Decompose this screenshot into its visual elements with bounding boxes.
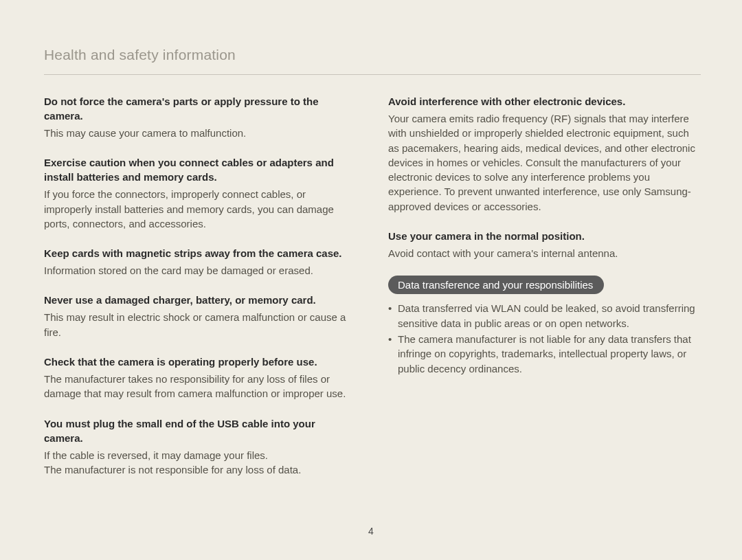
body-text: Your camera emits radio frequency (RF) s… <box>388 111 701 214</box>
heading: Exercise caution when you connect cables… <box>44 155 357 184</box>
heading: Do not force the camera's parts or apply… <box>44 94 357 123</box>
section-data-transference: Data transference and your responsibilit… <box>388 276 701 375</box>
bullet-list: Data transferred via WLAN could be leake… <box>388 301 701 375</box>
body-text: The manufacturer is not responsible for … <box>44 462 357 477</box>
list-item: Data transferred via WLAN could be leake… <box>388 301 701 331</box>
left-column: Do not force the camera's parts or apply… <box>44 94 357 492</box>
block-force-parts: Do not force the camera's parts or apply… <box>44 94 357 140</box>
page-number: 4 <box>0 526 742 537</box>
page-title: Health and safety information <box>44 47 701 63</box>
block-check-camera: Check that the camera is operating prope… <box>44 355 357 401</box>
heading: Use your camera in the normal position. <box>388 229 701 243</box>
section-pill: Data transference and your responsibilit… <box>388 276 604 294</box>
body-text: Avoid contact with your camera's interna… <box>388 246 701 260</box>
divider <box>44 74 701 75</box>
heading: You must plug the small end of the USB c… <box>44 416 357 445</box>
heading: Check that the camera is operating prope… <box>44 355 357 369</box>
list-item: The camera manufacturer is not liable fo… <box>388 332 701 376</box>
body-text: Information stored on the card may be da… <box>44 263 357 278</box>
block-usb-cable: You must plug the small end of the USB c… <box>44 416 357 478</box>
heading: Avoid interference with other electronic… <box>388 94 701 109</box>
block-magnetic-strips: Keep cards with magnetic strips away fro… <box>44 246 357 278</box>
block-damaged-charger: Never use a damaged charger, battery, or… <box>44 293 357 339</box>
body-text: If you force the connectors, improperly … <box>44 187 357 231</box>
block-interference: Avoid interference with other electronic… <box>388 94 701 214</box>
body-text: This may result in electric shock or cam… <box>44 310 357 339</box>
block-cables: Exercise caution when you connect cables… <box>44 155 357 231</box>
heading: Keep cards with magnetic strips away fro… <box>44 246 357 260</box>
block-normal-position: Use your camera in the normal position. … <box>388 229 701 260</box>
body-text: The manufacturer takes no responsibility… <box>44 372 357 401</box>
body-text: This may cause your camera to malfunctio… <box>44 126 357 140</box>
heading: Never use a damaged charger, battery, or… <box>44 293 357 307</box>
body-text: If the cable is reversed, it may damage … <box>44 448 357 462</box>
right-column: Avoid interference with other electronic… <box>388 94 701 492</box>
content-columns: Do not force the camera's parts or apply… <box>44 94 701 492</box>
